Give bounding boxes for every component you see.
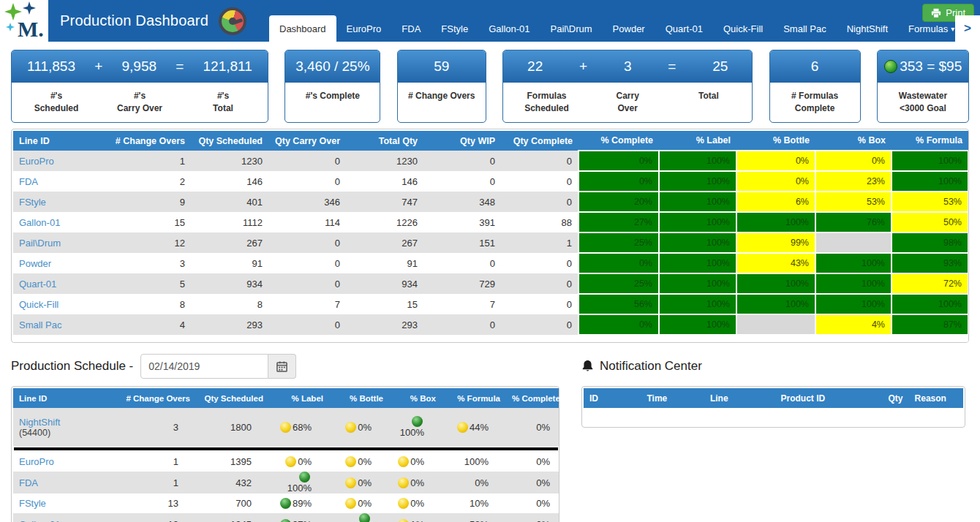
tab-dashboard[interactable]: Dashboard [269,15,336,42]
percent-cell: 87% [892,314,968,335]
stat-value: = [668,58,676,75]
percent-cell: 6% [736,192,815,212]
qty-cell: 3 [114,408,196,446]
nav-overflow-arrow[interactable]: > [955,15,980,42]
percent-cell: 0% [578,151,659,171]
qty-cell: 0 [423,314,501,335]
stat-card-body: # Change Overs [398,83,486,110]
qty-cell: 934 [346,273,423,294]
schedule-date-input[interactable] [140,354,268,379]
stat-label: Total [668,90,750,102]
stat-label: #'s Scheduled [15,90,98,116]
qty-cell: 0 [501,273,578,294]
stat-card-body: # Formulas Complete [770,83,860,123]
percent-cell: 100% [442,452,506,472]
percent-cell: 44% [442,408,506,446]
line-link[interactable]: FDA [19,176,38,187]
yellow-status-dot-icon [398,456,409,467]
table-row: Gallon-0115111211412263918827%100%100%76… [13,212,968,232]
percent-cell: 1% [389,513,442,522]
divider-row [13,446,559,452]
percent-cell: 25% [578,232,659,253]
qty-cell: 9 [105,192,191,212]
column-header: Line [704,388,775,408]
qty-cell: 0 [268,151,346,171]
percent-cell: 0% [815,151,892,171]
line-link[interactable]: FDA [19,477,38,488]
percent-cell: 100% [659,212,736,232]
tab-quart-01[interactable]: Quart-01 [655,15,713,42]
line-link[interactable]: Quart-01 [19,279,56,290]
yellow-status-dot-icon [398,519,409,522]
percent-cell: 93% [892,253,968,273]
line-link[interactable]: EuroPro [19,456,54,467]
tab-small-pac[interactable]: Small Pac [773,15,837,42]
line-link[interactable]: Powder [19,258,51,269]
line-link[interactable]: Small Pac [19,319,62,330]
line-link[interactable]: FStyle [19,197,46,208]
stat-label: # Formulas Complete [773,90,857,116]
percent-cell: 100% [736,273,815,294]
qty-cell: 114 [268,212,346,232]
qty-cell: 15 [105,212,191,232]
yellow-status-dot-icon [345,456,356,467]
column-header: Time [641,388,704,408]
line-link[interactable]: Gallon-01 [19,217,60,228]
qty-cell: 8 [191,294,268,314]
table-row: Gallon-0119104597%100%1%58%0% [13,513,559,522]
column-header: Product ID [775,388,877,408]
notification-title: Notification Center [600,359,702,374]
tab-pail-drum[interactable]: Pail\Drum [540,15,603,42]
percent-cell: 0% [329,493,389,513]
line-link[interactable]: Quick-Fill [19,299,59,310]
stat-label: Formulas Scheduled [506,90,587,116]
tab-nightshift[interactable]: NightShift [837,15,898,42]
percent-cell [815,232,892,253]
tab-fstyle[interactable]: FStyle [431,15,478,42]
line-link[interactable]: FStyle [19,498,46,509]
percent-cell: 0% [506,408,559,446]
line-link[interactable]: Pail\Drum [19,238,61,249]
tab-gallon-01[interactable]: Gallon-01 [478,15,540,42]
column-header: % Formula [442,388,506,408]
line-link[interactable]: NightShift [19,417,60,428]
column-header: Line ID [13,388,114,408]
tab-fda[interactable]: FDA [391,15,431,42]
percent-cell: 100% [659,232,736,253]
qty-cell: 346 [268,192,346,212]
qty-cell: 7 [423,294,501,314]
company-logo[interactable]: M. [0,0,48,42]
column-header: % Label [269,388,329,408]
percent-cell: 0% [736,171,815,192]
table-row: EuroPro113950%0%0%100%0% [13,452,559,472]
line-link[interactable]: Gallon-01 [19,519,60,522]
qty-cell: 0 [268,171,346,192]
qty-cell: 3 [105,253,191,273]
notification-empty-area [584,408,963,425]
percent-cell: 0% [578,314,659,335]
green-status-dot-icon [412,416,423,427]
percent-cell: 25% [578,273,659,294]
qty-cell: 348 [423,192,501,212]
percent-cell: 23% [815,171,892,192]
column-header: % Label [659,131,736,151]
tab-powder[interactable]: Powder [603,15,655,42]
stat-value: 3,460 / 25% [295,58,369,75]
tab-quick-fill[interactable]: Quick-Fill [713,15,773,42]
tab-europro[interactable]: EuroPro [336,15,392,42]
line-sub-label: (54400) [19,428,108,438]
percent-cell: 98% [892,232,968,253]
caret-down-icon: ▾ [951,25,954,33]
line-link[interactable]: EuroPro [19,156,54,167]
calendar-button[interactable] [268,354,296,379]
percent-cell: 100% [892,151,968,171]
stat-card-5: 353 = $95Wastewater <3000 Goal [877,50,969,123]
bottom-section: Production Schedule - [0,343,980,522]
percent-cell: 53% [892,192,968,212]
stat-value: 25 [712,58,728,75]
notification-title-row: Notification Center [581,353,965,379]
green-status-dot-icon [299,472,310,483]
percent-cell: 100% [892,171,968,192]
percent-cell: 100% [815,294,892,314]
page-title: Production Dashboard [60,12,208,29]
